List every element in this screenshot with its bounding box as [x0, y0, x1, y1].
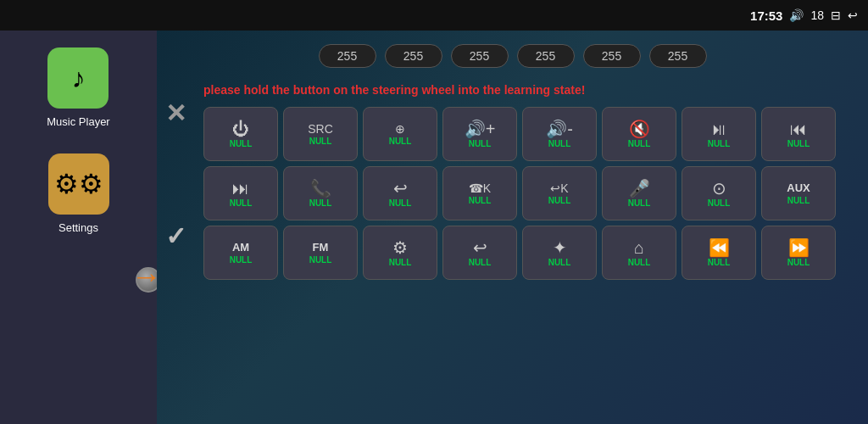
- num-btn-6[interactable]: 255: [649, 44, 707, 68]
- hangup-k-icon: ↩K: [550, 182, 568, 194]
- music-player-label: Music Player: [47, 115, 109, 128]
- button-row-2: ⏭ NULL 📞 NULL ↩ NULL ☎K NULL ↩K NULL: [203, 166, 855, 220]
- settings-ctrl-icon: ⚙: [392, 239, 408, 256]
- power-icon: ⏻: [232, 120, 249, 137]
- rew-null: NULL: [708, 258, 731, 267]
- fm-button[interactable]: FM NULL: [283, 226, 358, 280]
- src-button[interactable]: SRC NULL: [283, 107, 358, 161]
- main-panel: 255 255 255 255 255 255 ✕ ✓ please hold …: [157, 31, 868, 424]
- status-bar: 17:53 🔊 18 ⊟ ↩: [0, 0, 868, 31]
- prev-button[interactable]: ⏮ NULL: [761, 107, 836, 161]
- sidebar: ♪ Music Player ⚙⚙ Settings: [0, 31, 157, 424]
- music-player-icon: ♪: [47, 47, 108, 109]
- call-k-button[interactable]: ☎K NULL: [442, 166, 517, 220]
- am-button[interactable]: AM NULL: [203, 226, 278, 280]
- call-k-null: NULL: [469, 196, 492, 205]
- confirm-button[interactable]: ✓: [165, 221, 186, 251]
- gps-icon: ⊕: [395, 123, 405, 135]
- ff-icon: ⏩: [788, 239, 810, 256]
- mic-icon: 🎤: [629, 180, 650, 197]
- settings-label: Settings: [58, 221, 98, 234]
- vol-up-icon: 🔊+: [465, 120, 496, 137]
- next-button[interactable]: ⏭ NULL: [203, 166, 278, 220]
- aux-label: AUX: [787, 181, 810, 194]
- button-row-1: ⏻ NULL SRC NULL ⊕ NULL 🔊+ NULL 🔊- NU: [203, 107, 855, 161]
- hangup-button[interactable]: ↩ NULL: [363, 166, 437, 220]
- cancel-button[interactable]: ✕: [165, 98, 186, 128]
- bluetooth-button[interactable]: ✦ NULL: [522, 226, 597, 280]
- power-button[interactable]: ⏻ NULL: [203, 107, 278, 161]
- mute-button[interactable]: 🔇 NULL: [602, 107, 676, 161]
- camera-icon: ⊙: [712, 180, 726, 197]
- button-row-3: AM NULL FM NULL ⚙ NULL ↩ NULL ✦ NULL: [203, 226, 855, 280]
- music-player-app[interactable]: ♪ Music Player: [47, 47, 109, 128]
- back-ctrl-button[interactable]: ↩ NULL: [442, 226, 517, 280]
- power-null: NULL: [230, 139, 253, 148]
- vol-down-null: NULL: [548, 139, 571, 148]
- call-icon: 📞: [310, 180, 331, 197]
- hangup-null: NULL: [389, 198, 412, 208]
- src-null: NULL: [309, 137, 332, 146]
- mute-icon: 🔇: [629, 120, 650, 137]
- play-pause-null: NULL: [708, 139, 731, 148]
- main-content: ♪ Music Player ⚙⚙ Settings → 255 255 255…: [0, 31, 868, 424]
- vol-down-icon: 🔊-: [546, 120, 573, 137]
- battery-icon: ⊟: [831, 8, 841, 22]
- settings-icon: ⚙⚙: [48, 153, 109, 215]
- settings-null: NULL: [389, 258, 412, 267]
- bluetooth-null: NULL: [548, 258, 571, 267]
- src-icon: SRC: [308, 123, 333, 135]
- status-time: 17:53: [750, 8, 782, 23]
- am-label: AM: [232, 241, 249, 254]
- aux-button[interactable]: AUX NULL: [761, 166, 836, 220]
- aux-null: NULL: [787, 196, 810, 205]
- bluetooth-icon: ✦: [553, 239, 567, 256]
- am-null: NULL: [230, 255, 253, 265]
- gps-button[interactable]: ⊕ NULL: [363, 107, 437, 161]
- call-null: NULL: [309, 198, 332, 208]
- vol-up-button[interactable]: 🔊+ NULL: [442, 107, 517, 161]
- home-icon: ⌂: [634, 239, 644, 256]
- vol-up-null: NULL: [469, 139, 492, 148]
- volume-level: 18: [810, 8, 824, 22]
- num-row: 255 255 255 255 255 255: [170, 39, 855, 73]
- vol-down-button[interactable]: 🔊- NULL: [522, 107, 597, 161]
- play-pause-button[interactable]: ⏯ NULL: [682, 107, 756, 161]
- num-btn-4[interactable]: 255: [517, 44, 575, 68]
- left-controls: ✕ ✓: [165, 98, 186, 251]
- instruction-text: please hold the button on the steering w…: [170, 80, 855, 100]
- arrow-indicator: →: [131, 259, 162, 294]
- camera-null: NULL: [708, 198, 731, 208]
- prev-null: NULL: [787, 139, 810, 148]
- fm-null: NULL: [309, 255, 332, 265]
- mic-null: NULL: [628, 198, 651, 208]
- num-btn-5[interactable]: 255: [583, 44, 641, 68]
- fm-label: FM: [313, 241, 329, 254]
- num-btn-3[interactable]: 255: [451, 44, 509, 68]
- back-ctrl-icon: ↩: [473, 239, 487, 256]
- gps-null: NULL: [389, 137, 412, 146]
- ff-null: NULL: [787, 258, 810, 267]
- home-button[interactable]: ⌂ NULL: [602, 226, 676, 280]
- prev-icon: ⏮: [790, 120, 807, 137]
- next-null: NULL: [230, 198, 253, 208]
- num-btn-2[interactable]: 255: [385, 44, 442, 68]
- camera-button[interactable]: ⊙ NULL: [682, 166, 756, 220]
- mic-button[interactable]: 🎤 NULL: [602, 166, 676, 220]
- mute-null: NULL: [628, 139, 651, 148]
- rew-button[interactable]: ⏪ NULL: [682, 226, 756, 280]
- back-icon[interactable]: ↩: [848, 8, 858, 22]
- play-pause-icon: ⏯: [710, 120, 727, 137]
- hangup-k-button[interactable]: ↩K NULL: [522, 166, 597, 220]
- call-k-icon: ☎K: [469, 182, 491, 194]
- num-btn-1[interactable]: 255: [319, 44, 376, 68]
- rew-icon: ⏪: [709, 239, 730, 256]
- settings-app[interactable]: ⚙⚙ Settings: [48, 153, 109, 234]
- settings-btn[interactable]: ⚙ NULL: [363, 226, 437, 280]
- ff-button[interactable]: ⏩ NULL: [761, 226, 836, 280]
- hangup-k-null: NULL: [548, 196, 571, 205]
- call-button[interactable]: 📞 NULL: [283, 166, 358, 220]
- button-grid: ⏻ NULL SRC NULL ⊕ NULL 🔊+ NULL 🔊- NU: [170, 107, 855, 280]
- home-null: NULL: [628, 258, 651, 267]
- next-icon: ⏭: [232, 180, 249, 197]
